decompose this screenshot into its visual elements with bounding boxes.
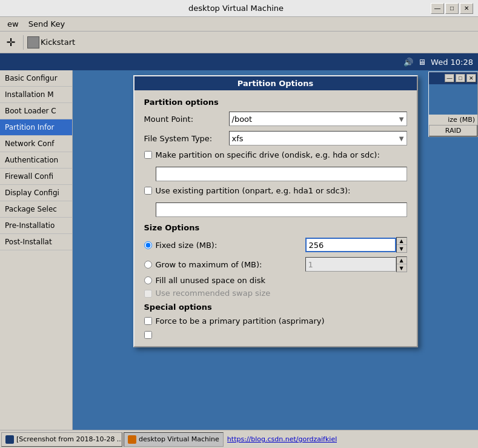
sidebar-item-network-conf[interactable]: Network Conf (0, 136, 72, 152)
move-icon[interactable]: ✛ (2, 34, 19, 51)
fixed-size-down-arrow[interactable]: ▼ (397, 245, 407, 252)
mount-point-label: Mount Point: (144, 115, 229, 124)
title-bar: desktop Virtual Machine — □ ✕ (0, 0, 478, 17)
extra-checkbox[interactable] (144, 331, 152, 339)
special-options-heading: Special options (144, 303, 407, 312)
fixed-size-up-arrow[interactable]: ▲ (397, 238, 407, 245)
make-partition-checkbox[interactable] (144, 151, 152, 159)
main-content: Basic Configur Installation M Boot Loade… (0, 70, 478, 430)
use-recommended-row: Use recommended swap size (144, 289, 407, 298)
fill-unused-radio[interactable] (144, 276, 152, 284)
grow-max-control: Grow to maximum of (MB): 1 ▲ ▼ (144, 256, 407, 272)
sidebar-item-basic-config[interactable]: Basic Configur (0, 70, 72, 87)
taskbar-url-area: https://blog.csdn.net/gordzaifkiel (225, 435, 339, 443)
use-existing-row: Use existing partition (onpart, e.g. hda… (144, 186, 407, 195)
mount-point-row: Mount Point: /boot ▼ (144, 112, 407, 126)
close-button[interactable]: ✕ (460, 3, 473, 14)
fixed-size-label: Fixed size (MB): (156, 241, 217, 250)
taskbar-vm-label: desktop Virtual Machine (139, 435, 219, 443)
sidebar-item-firewall-conf[interactable]: Firewall Confi (0, 169, 72, 185)
menu-item-view[interactable]: ew (2, 18, 24, 30)
file-system-select[interactable]: xfs ▼ (229, 131, 407, 145)
partition-options-heading: Partition options (144, 98, 407, 107)
sidebar-item-display-config[interactable]: Display Configi (0, 185, 72, 201)
sidebar-item-package-selec[interactable]: Package Selec (0, 201, 72, 218)
grow-max-arrows: ▲ ▼ (396, 256, 407, 272)
grow-max-down-arrow[interactable]: ▼ (397, 264, 407, 272)
kickstart-icon (27, 36, 39, 48)
status-right: 🔊 🖥 Wed 10:28 (403, 58, 473, 67)
grow-max-label: Grow to maximum of (MB): (156, 260, 262, 269)
sidebar-item-authentication[interactable]: Authentication (0, 152, 72, 169)
force-primary-checkbox[interactable] (144, 317, 152, 325)
make-partition-label: Make partition on specific drive (ondisk… (156, 150, 380, 159)
file-system-row: File System Type: xfs ▼ (144, 131, 407, 145)
grow-max-spinbox: 1 (305, 257, 396, 272)
use-existing-input-area (156, 200, 407, 217)
sidebar-item-pre-installatio[interactable]: Pre-Installatio (0, 218, 72, 234)
file-system-arrow: ▼ (399, 135, 404, 142)
dialog-overlay: Partition Options Partition options Moun… (73, 70, 478, 430)
window-title: desktop Virtual Machine (41, 4, 431, 13)
taskbar-screenshot-label: [Screenshot from 2018-10-28 ... (16, 435, 122, 443)
content-area: — □ ✕ ize (MB) RAID Partition Options Pa… (73, 70, 478, 430)
use-recommended-label: Use recommended swap size (156, 289, 271, 298)
menu-item-sendkey[interactable]: Send Key (24, 18, 70, 30)
taskbar-screenshot-icon (5, 435, 14, 444)
use-existing-checkbox[interactable] (144, 187, 152, 195)
fixed-size-control: Fixed size (MB): 256 ▲ ▼ (144, 237, 407, 253)
file-system-value: xfs (232, 134, 244, 143)
sidebar-item-installation-m[interactable]: Installation M (0, 87, 72, 103)
sidebar: Basic Configur Installation M Boot Loade… (0, 70, 73, 430)
fixed-size-row: Fixed size (MB): 256 ▲ ▼ (144, 237, 407, 253)
clock: Wed 10:28 (431, 58, 473, 67)
taskbar-vm-icon (128, 435, 136, 444)
display-icon: 🖥 (418, 58, 426, 67)
fixed-size-radio[interactable] (144, 241, 152, 249)
mount-point-select[interactable]: /boot ▼ (229, 112, 407, 126)
grow-max-row: Grow to maximum of (MB): 1 ▲ ▼ (144, 256, 407, 272)
grow-max-value: 1 (308, 260, 313, 269)
fixed-size-value: 256 (309, 241, 324, 250)
make-partition-input-area (156, 164, 407, 181)
maximize-button[interactable]: □ (445, 3, 459, 14)
grow-max-radio[interactable] (144, 261, 152, 269)
taskbar-item-screenshot[interactable]: [Screenshot from 2018-10-28 ... (1, 432, 122, 447)
make-partition-input[interactable] (156, 167, 407, 181)
fill-unused-label: Fill all unused space on disk (156, 276, 265, 285)
kickstart-area: Kickstart (27, 36, 75, 48)
menu-bar: ew Send Key (0, 17, 478, 32)
sidebar-item-boot-loader[interactable]: Boot Loader C (0, 103, 72, 119)
dialog-title: Partition Options (237, 79, 313, 88)
force-primary-row: Force to be a primary partition (asprima… (144, 316, 407, 326)
sidebar-item-partition-info[interactable]: Partition Infor (0, 119, 72, 136)
file-system-label: File System Type: (144, 134, 229, 143)
sidebar-item-post-installat[interactable]: Post-Installat (0, 234, 72, 250)
window-controls: — □ ✕ (431, 3, 473, 14)
toolbar: ✛ Kickstart (0, 32, 478, 53)
fill-unused-row: Fill all unused space on disk (144, 276, 407, 285)
status-bar-top: 🔊 🖥 Wed 10:28 (0, 53, 478, 70)
mount-point-arrow: ▼ (399, 116, 404, 122)
force-primary-label: Force to be a primary partition (asprima… (156, 316, 325, 326)
use-recommended-checkbox (144, 290, 152, 298)
minimize-button[interactable]: — (431, 3, 444, 14)
mount-point-value: /boot (232, 115, 253, 124)
fixed-size-spinbox[interactable]: 256 (305, 238, 396, 252)
taskbar-url-link[interactable]: https://blog.csdn.net/gordzaifkiel (227, 435, 337, 443)
taskbar: [Screenshot from 2018-10-28 ... desktop … (0, 430, 478, 448)
kickstart-label: Kickstart (41, 38, 75, 47)
volume-icon: 🔊 (403, 58, 413, 67)
use-existing-input[interactable] (156, 202, 407, 217)
fixed-size-spinbox-area: 256 ▲ ▼ (305, 237, 407, 253)
dialog-body: Partition options Mount Point: /boot ▼ F… (134, 90, 417, 346)
fixed-size-arrows: ▲ ▼ (396, 237, 407, 253)
grow-max-up-arrow[interactable]: ▲ (397, 257, 407, 264)
partition-options-dialog: Partition Options Partition options Moun… (133, 75, 418, 347)
extra-checkbox-row (144, 330, 407, 339)
taskbar-item-desktop-vm[interactable]: desktop Virtual Machine (124, 432, 224, 447)
special-options-section: Special options Force to be a primary pa… (144, 303, 407, 339)
dialog-title-bar: Partition Options (134, 76, 417, 90)
grow-max-spinbox-area: 1 ▲ ▼ (305, 256, 407, 272)
make-partition-row: Make partition on specific drive (ondisk… (144, 150, 407, 159)
